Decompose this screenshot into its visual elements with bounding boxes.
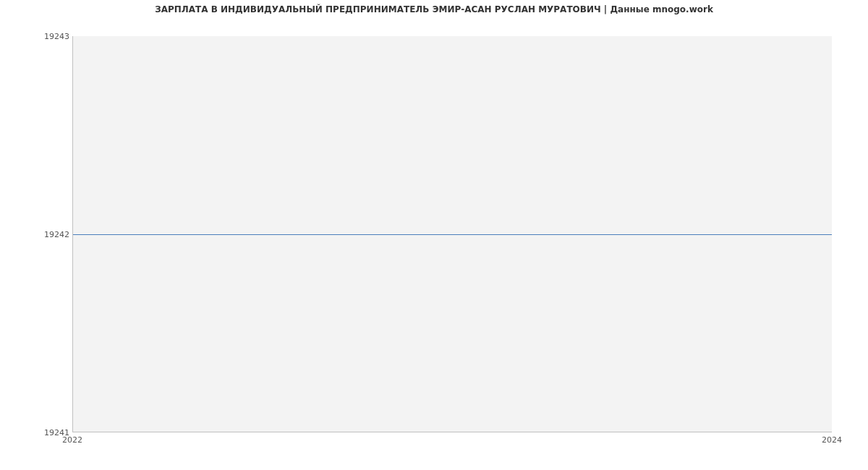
y-tick-top: 19243 [4,32,69,41]
y-tick-bottom: 19241 [4,428,69,437]
x-tick-right: 2024 [822,435,842,445]
y-tick-mid: 19242 [4,230,69,239]
chart-container: ЗАРПЛАТА В ИНДИВИДУАЛЬНЫЙ ПРЕДПРИНИМАТЕЛ… [0,0,868,470]
chart-title: ЗАРПЛАТА В ИНДИВИДУАЛЬНЫЙ ПРЕДПРИНИМАТЕЛ… [0,4,868,14]
plot-area [72,36,832,432]
x-tick-left: 2022 [62,435,82,445]
series-line [73,234,832,235]
